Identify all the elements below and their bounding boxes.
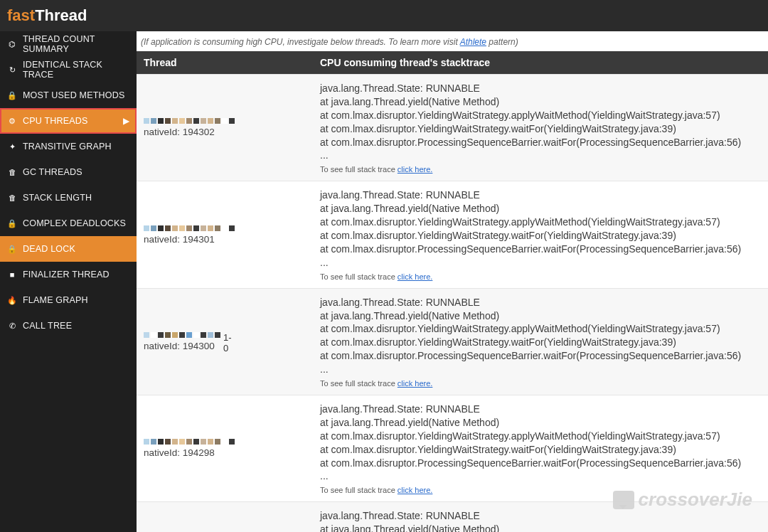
- note-pre: (If application is consuming high CPU, i…: [141, 37, 460, 47]
- stacktrace-cell: java.lang.Thread.State: RUNNABLEat java.…: [313, 395, 768, 502]
- cpu-threads-table: Thread CPU consuming thread's stacktrace…: [137, 51, 768, 532]
- sidebar-item-finalizer-thread[interactable]: ■FINALIZER THREAD: [0, 262, 137, 287]
- sidebar-item-complex-deadlocks[interactable]: 🔒COMPLEX DEADLOCKS: [0, 211, 137, 236]
- stack-lines: java.lang.Thread.State: RUNNABLEat java.…: [320, 296, 761, 376]
- col-stack: CPU consuming thread's stacktrace: [313, 51, 768, 75]
- stack-footer: To see full stack trace click here.: [320, 272, 761, 281]
- table-row: nativeId: 194302java.lang.Thread.State: …: [137, 75, 768, 181]
- nav-label: COMPLEX DEADLOCKS: [23, 218, 129, 228]
- redacted-thread-name: [144, 225, 306, 231]
- redacted-thread-name: [144, 118, 306, 124]
- redacted-thread-name: [144, 439, 306, 445]
- stack-lines: java.lang.Thread.State: RUNNABLEat java.…: [320, 82, 761, 162]
- nav-label: DEAD LOCK: [23, 244, 129, 254]
- native-id: nativeId: 194302: [144, 127, 306, 137]
- main-layout: ⌬THREAD COUNT SUMMARY↻IDENTICAL STACK TR…: [0, 31, 768, 532]
- nav-label: CPU THREADS: [23, 116, 123, 126]
- nav-icon: 🔒: [7, 91, 17, 100]
- native-id: nativeId: 194301: [144, 234, 306, 245]
- nav-label: FINALIZER THREAD: [23, 270, 129, 280]
- nav-icon: ✦: [7, 142, 17, 151]
- nav-icon: 🔒: [7, 245, 17, 254]
- nav-icon: ✆: [7, 321, 17, 331]
- nav-label: CALL TREE: [23, 321, 129, 331]
- sidebar-item-thread-count-summary[interactable]: ⌬THREAD COUNT SUMMARY: [0, 31, 137, 57]
- thread-cell: 1-0nativeId: 194300: [137, 288, 313, 395]
- thread-extra-label: 1-0: [223, 332, 229, 338]
- nav-icon: ⌬: [7, 40, 17, 49]
- stacktrace-cell: java.lang.Thread.State: RUNNABLEat java.…: [313, 502, 768, 532]
- thread-cell: nativeId: 194301: [137, 181, 313, 288]
- stacktrace-cell: java.lang.Thread.State: RUNNABLEat java.…: [313, 75, 768, 181]
- nav-icon: ■: [7, 270, 17, 279]
- note-link[interactable]: Athlete: [460, 37, 486, 47]
- sidebar-item-gc-threads[interactable]: 🗑GC THREADS: [0, 159, 137, 185]
- stack-lines: java.lang.Thread.State: RUNNABLEat java.…: [320, 188, 761, 269]
- stack-lines: java.lang.Thread.State: RUNNABLEat java.…: [320, 403, 761, 483]
- table-row: 1-0nativeId: 194300java.lang.Thread.Stat…: [137, 288, 768, 395]
- nav-icon: ↻: [7, 65, 17, 75]
- nav-label: FLAME GRAPH: [23, 295, 129, 305]
- sidebar-item-dead-lock[interactable]: 🔒DEAD LOCK: [0, 236, 137, 262]
- top-bar: fastThread: [0, 0, 768, 31]
- redacted-thread-name: 1-0: [144, 332, 306, 338]
- note-post: pattern): [486, 37, 518, 47]
- nav-label: IDENTICAL STACK TRACE: [23, 60, 129, 80]
- table-row: nativeId: 194298java.lang.Thread.State: …: [137, 395, 768, 502]
- brand-logo: fastThread: [7, 6, 87, 25]
- sidebar-item-flame-graph[interactable]: 🔥FLAME GRAPH: [0, 287, 137, 313]
- stack-click-here-link[interactable]: click here.: [398, 486, 433, 494]
- stack-click-here-link[interactable]: click here.: [398, 272, 433, 281]
- nav-label: TRANSITIVE GRAPH: [23, 142, 129, 151]
- sidebar-nav: ⌬THREAD COUNT SUMMARY↻IDENTICAL STACK TR…: [0, 31, 137, 532]
- caret-right-icon: ▶: [123, 116, 129, 126]
- sidebar-item-transitive-graph[interactable]: ✦TRANSITIVE GRAPH: [0, 134, 137, 159]
- table-row: nativeId: 194301java.lang.Thread.State: …: [137, 181, 768, 288]
- native-id: nativeId: 194298: [144, 447, 306, 458]
- nav-icon: 🗑: [7, 168, 17, 176]
- sidebar-item-cpu-threads[interactable]: ⚙CPU THREADS▶: [0, 108, 137, 134]
- stacktrace-cell: java.lang.Thread.State: RUNNABLEat java.…: [313, 288, 768, 395]
- nav-label: STACK LENGTH: [23, 193, 129, 203]
- nav-icon: 🗑: [7, 193, 17, 202]
- stack-click-here-link[interactable]: click here.: [398, 165, 433, 174]
- nav-icon: 🔥: [7, 296, 17, 305]
- nav-icon: ⚙: [7, 117, 17, 126]
- sidebar-item-call-tree[interactable]: ✆CALL TREE: [0, 313, 137, 339]
- stack-footer: To see full stack trace click here.: [320, 165, 761, 174]
- sidebar-item-identical-stack-trace[interactable]: ↻IDENTICAL STACK TRACE: [0, 57, 137, 83]
- sidebar-item-stack-length[interactable]: 🗑STACK LENGTH: [0, 185, 137, 211]
- sidebar-item-most-used-methods[interactable]: 🔒MOST USED METHODS: [0, 83, 137, 108]
- info-note: (If application is consuming high CPU, i…: [137, 31, 768, 51]
- stacktrace-cell: java.lang.Thread.State: RUNNABLEat java.…: [313, 181, 768, 288]
- nav-label: GC THREADS: [23, 167, 129, 177]
- stack-click-here-link[interactable]: click here.: [398, 379, 433, 388]
- table-row: nativeId: 194296java.lang.Thread.State: …: [137, 502, 768, 532]
- thread-cell: nativeId: 194302: [137, 75, 313, 181]
- stack-footer: To see full stack trace click here.: [320, 379, 761, 388]
- nav-label: THREAD COUNT SUMMARY: [23, 34, 129, 54]
- content-area: (If application is consuming high CPU, i…: [137, 31, 768, 532]
- thread-cell: nativeId: 194298: [137, 395, 313, 502]
- thread-cell: nativeId: 194296: [137, 502, 313, 532]
- brand-suffix: Thread: [35, 6, 87, 24]
- nav-icon: 🔒: [7, 219, 17, 228]
- brand-prefix: fast: [7, 6, 35, 24]
- col-thread: Thread: [137, 51, 313, 75]
- stack-lines: java.lang.Thread.State: RUNNABLEat java.…: [320, 509, 761, 532]
- stack-footer: To see full stack trace click here.: [320, 486, 761, 494]
- nav-label: MOST USED METHODS: [23, 90, 129, 100]
